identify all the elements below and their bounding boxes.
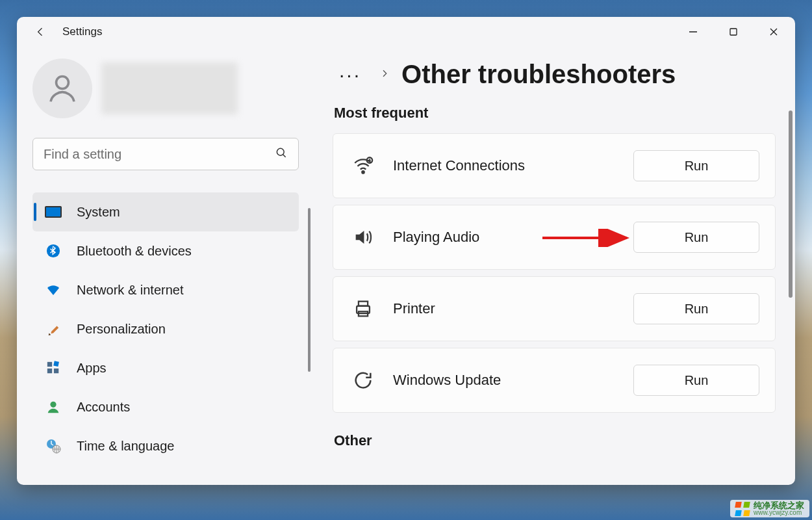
bluetooth-icon [44, 244, 62, 258]
watermark-line2: www.ycwjzy.com [754, 510, 804, 516]
audio-icon [349, 226, 377, 248]
run-button[interactable]: Run [633, 150, 759, 181]
content-scrollbar[interactable] [789, 110, 793, 298]
troubleshooter-label: Windows Update [393, 372, 633, 389]
sidebar-scrollbar[interactable] [308, 208, 311, 372]
wifi-icon [44, 282, 62, 298]
breadcrumb-overflow-button[interactable]: ··· [333, 64, 368, 86]
svg-point-5 [277, 148, 284, 155]
svg-rect-1 [730, 29, 737, 35]
svg-rect-10 [47, 369, 52, 373]
svg-point-15 [362, 171, 364, 173]
sidebar: System Bluetooth & devices Network & int… [17, 47, 314, 485]
troubleshooter-windows-update: Windows Update Run [333, 348, 776, 413]
run-button[interactable]: Run [633, 365, 759, 396]
sidebar-item-network[interactable]: Network & internet [32, 270, 299, 309]
sidebar-item-bluetooth[interactable]: Bluetooth & devices [32, 231, 299, 270]
close-button[interactable] [754, 17, 794, 47]
svg-point-12 [50, 402, 56, 408]
sidebar-item-label: Personalization [77, 322, 166, 337]
app-title: Settings [62, 25, 102, 38]
troubleshooter-playing-audio: Playing Audio Run [333, 205, 776, 270]
window-controls [673, 17, 794, 47]
avatar [32, 58, 92, 118]
svg-line-6 [283, 155, 286, 157]
troubleshooter-label: Printer [393, 300, 633, 317]
minimize-icon [689, 27, 698, 36]
back-button[interactable] [27, 19, 53, 45]
search-icon [275, 146, 288, 162]
sidebar-item-accounts[interactable]: Accounts [32, 387, 299, 426]
system-icon [44, 206, 62, 218]
minimize-button[interactable] [673, 17, 713, 47]
troubleshooter-label: Internet Connections [393, 157, 633, 174]
section-heading-other: Other [334, 432, 782, 449]
arrow-left-icon [34, 25, 47, 38]
troubleshooter-list: Internet Connections Run Playing Audio R… [333, 133, 782, 413]
apps-icon [44, 361, 62, 375]
sidebar-item-label: Time & language [77, 439, 174, 454]
sidebar-item-label: Network & internet [77, 283, 184, 298]
svg-rect-9 [53, 361, 59, 367]
nav-list: System Bluetooth & devices Network & int… [32, 192, 299, 465]
maximize-icon [729, 27, 738, 36]
sidebar-item-label: Bluetooth & devices [77, 244, 192, 259]
chevron-right-icon [379, 68, 390, 81]
sidebar-item-system[interactable]: System [32, 192, 299, 231]
sidebar-item-apps[interactable]: Apps [32, 348, 299, 387]
account-icon [44, 400, 62, 414]
sidebar-item-label: System [77, 205, 120, 220]
window-body: System Bluetooth & devices Network & int… [17, 47, 795, 485]
profile-info-redacted [101, 62, 238, 114]
run-button[interactable]: Run [633, 222, 759, 253]
search-box[interactable] [32, 138, 299, 170]
watermark: 纯净系统之家 www.ycwjzy.com [730, 500, 809, 517]
search-input[interactable] [44, 147, 275, 162]
troubleshooter-label: Playing Audio [393, 229, 633, 246]
svg-rect-8 [47, 362, 52, 367]
update-icon [349, 369, 377, 391]
sidebar-item-time-language[interactable]: Time & language [32, 426, 299, 465]
svg-rect-19 [359, 302, 368, 306]
page-title: Other troubleshooters [401, 60, 676, 89]
breadcrumb: ··· Other troubleshooters [333, 60, 782, 89]
run-button[interactable]: Run [633, 293, 759, 324]
svg-rect-11 [54, 369, 58, 373]
main-content: ··· Other troubleshooters Most frequent … [314, 47, 795, 485]
watermark-logo-icon [735, 502, 750, 516]
printer-icon [349, 298, 377, 320]
wifi-icon [349, 155, 377, 177]
close-icon [769, 27, 778, 36]
settings-window: Settings [17, 17, 795, 485]
troubleshooter-printer: Printer Run [333, 276, 776, 341]
troubleshooter-internet-connections: Internet Connections Run [333, 133, 776, 198]
maximize-button[interactable] [713, 17, 754, 47]
clock-globe-icon [44, 438, 62, 454]
sidebar-item-label: Apps [77, 361, 107, 376]
sidebar-item-personalization[interactable]: Personalization [32, 309, 299, 348]
profile-block[interactable] [32, 58, 299, 118]
svg-point-4 [57, 77, 69, 89]
section-heading-most-frequent: Most frequent [334, 105, 782, 122]
titlebar: Settings [17, 17, 795, 47]
brush-icon [44, 322, 62, 336]
person-icon [45, 71, 80, 106]
sidebar-item-label: Accounts [77, 400, 130, 415]
